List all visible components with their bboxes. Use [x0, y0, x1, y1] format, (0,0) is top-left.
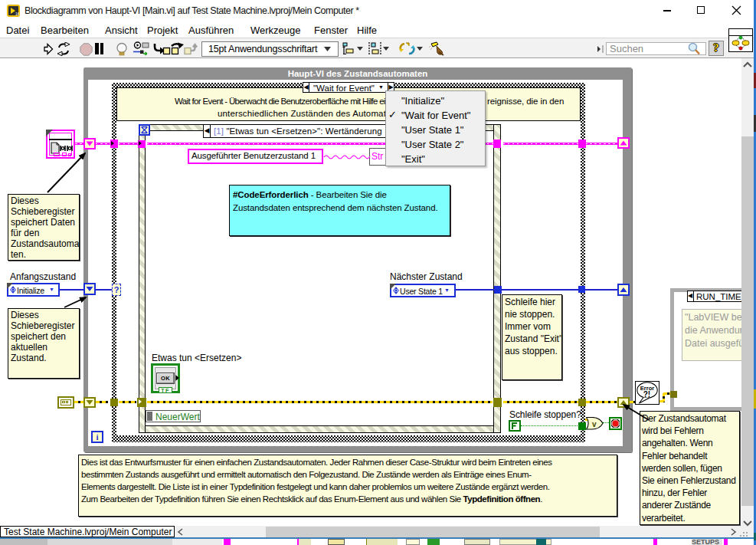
svg-text:v: v [592, 420, 597, 428]
svg-text:16: 16 [15, 11, 20, 16]
svg-text:?!: ?! [643, 390, 650, 399]
